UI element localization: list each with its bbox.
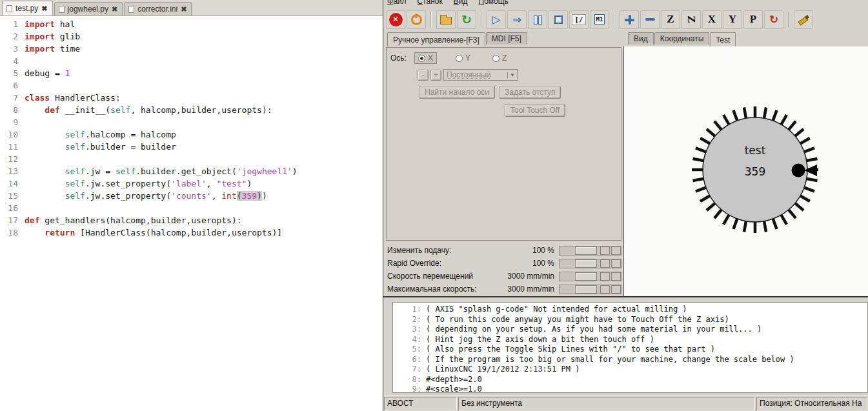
pause-icon bbox=[532, 15, 543, 25]
touch-off-button[interactable]: Задать отступ bbox=[499, 86, 561, 99]
slider-thumb[interactable] bbox=[575, 285, 597, 294]
jog-plus-button[interactable]: + bbox=[430, 70, 441, 81]
gcode-line[interactable]: 9:#<scale>=1.0 bbox=[393, 385, 867, 393]
slider-thumb[interactable] bbox=[575, 272, 597, 281]
gcode-line[interactable]: 6:( If the program is too big or small f… bbox=[393, 355, 867, 365]
line-number: 18 bbox=[4, 228, 18, 240]
pause-button[interactable] bbox=[528, 10, 547, 29]
clear-plot-button[interactable] bbox=[794, 10, 813, 29]
gcode-line[interactable]: 2:( To run this code anyway you might ha… bbox=[393, 315, 867, 325]
menu-item[interactable]: Станок bbox=[418, 0, 443, 6]
home-axis-button[interactable]: Найти начало оси bbox=[419, 86, 495, 99]
tab-manual-control[interactable]: Ручное управление-[F3] bbox=[387, 32, 485, 46]
tab-dro[interactable]: Координаты bbox=[654, 32, 710, 45]
slider-track[interactable] bbox=[559, 246, 621, 256]
editor-tab-testpy[interactable]: test.py ✖ bbox=[2, 1, 53, 15]
slider-thumb[interactable] bbox=[575, 246, 597, 255]
file-icon bbox=[59, 6, 65, 13]
tab-mdi[interactable]: MDI [F5] bbox=[486, 32, 527, 45]
open-file-button[interactable] bbox=[436, 10, 456, 29]
slider-stepper[interactable] bbox=[600, 272, 610, 281]
slider-stepper[interactable] bbox=[611, 259, 621, 268]
code-line: 8 def __init__(self, halcomp,builder,use… bbox=[4, 105, 383, 117]
file-icon bbox=[128, 6, 134, 13]
gcode-line-number: 9: bbox=[393, 385, 421, 393]
tab-preview[interactable]: Вид bbox=[628, 32, 654, 45]
zoomout-icon bbox=[645, 18, 655, 21]
tool-touch-off-button[interactable]: Tool Touch Off bbox=[505, 104, 565, 117]
line-number: 12 bbox=[4, 154, 18, 166]
toolbar-separator bbox=[481, 12, 482, 27]
home-row: Найти начало оси Задать отступ bbox=[419, 86, 561, 99]
slider-label: Изменить подачу: bbox=[387, 246, 495, 255]
slider-stepper[interactable] bbox=[611, 285, 621, 294]
axis-radio-z[interactable]: Z bbox=[489, 53, 510, 63]
code-text: def get_handlers(halcomp,builder,useropt… bbox=[25, 216, 242, 228]
run-button[interactable] bbox=[487, 10, 506, 29]
view-p-button[interactable]: P bbox=[743, 10, 763, 29]
close-icon[interactable]: ✖ bbox=[112, 5, 117, 14]
slider-thumb[interactable] bbox=[575, 259, 597, 268]
toolbar-separator bbox=[430, 12, 432, 27]
zoom-out-button[interactable] bbox=[640, 10, 660, 29]
close-icon[interactable]: ✖ bbox=[181, 5, 187, 14]
code-line: 10 self.halcomp = halcomp bbox=[4, 130, 383, 142]
axis-radio-x[interactable]: X bbox=[414, 52, 437, 64]
editor-tab-jogwheelpy[interactable]: jogwheel.py ✖ bbox=[54, 2, 123, 15]
gcode-line[interactable]: 5:( Also press the Toggle Skip Lines wit… bbox=[393, 345, 867, 355]
line-number: 13 bbox=[4, 166, 18, 179]
code-text: def __init__(self, halcomp,builder,usero… bbox=[25, 105, 272, 117]
code-line: 14 self.jw.set_property('label', "test") bbox=[4, 179, 383, 191]
gcode-line[interactable]: 4:( Hint jog the Z axis down a bit then … bbox=[393, 335, 867, 345]
optional-stop-button[interactable]: M1 bbox=[590, 10, 609, 29]
view-z-rotated-button[interactable]: Z bbox=[681, 10, 701, 29]
manual-control-panel: Ось: X Y Z bbox=[386, 47, 621, 241]
radio-icon bbox=[456, 55, 463, 62]
tool-touch-off-row: Tool Touch Off bbox=[505, 104, 565, 117]
code-area[interactable]: 1import hal2import glib3import time45deb… bbox=[0, 16, 383, 240]
stop-button[interactable] bbox=[549, 10, 568, 29]
axis-radio-y[interactable]: Y bbox=[452, 53, 474, 63]
slider-stepper[interactable] bbox=[611, 246, 621, 255]
slider-stepper[interactable] bbox=[611, 272, 621, 281]
slider-stepper[interactable] bbox=[600, 246, 610, 255]
slider-stepper[interactable] bbox=[600, 285, 610, 294]
zoomin-icon bbox=[625, 15, 634, 25]
zoom-in-button[interactable] bbox=[620, 10, 639, 29]
toolbar-separator bbox=[788, 12, 789, 27]
jogwheel-label: test bbox=[745, 144, 766, 157]
slider-track[interactable] bbox=[559, 285, 621, 294]
reload-file-button[interactable] bbox=[457, 10, 476, 29]
editor-tab-correctorini[interactable]: corrector.ini ✖ bbox=[124, 2, 192, 15]
tab-test[interactable]: Test bbox=[710, 32, 736, 46]
view-y-button[interactable]: Y bbox=[723, 10, 742, 29]
code-text: debug = 1 bbox=[25, 68, 70, 81]
single-block-button[interactable]: [/ bbox=[569, 10, 589, 29]
slider-stepper[interactable] bbox=[600, 259, 610, 268]
jog-minus-button[interactable]: - bbox=[418, 70, 429, 81]
jogwheel-widget[interactable]: test 359 bbox=[681, 95, 829, 244]
view-x-button[interactable]: X bbox=[702, 10, 722, 29]
menu-item[interactable]: Помощь bbox=[479, 0, 509, 6]
view-z-button[interactable]: Z bbox=[661, 10, 680, 29]
menu-item[interactable]: Вид bbox=[454, 0, 468, 6]
gcode-line[interactable]: 8:#<depth>=2.0 bbox=[393, 375, 867, 385]
menu-item[interactable]: Файл bbox=[387, 0, 407, 6]
machine-power-button[interactable] bbox=[407, 10, 426, 29]
slider-row: Скорость перемещений3000 mm/min bbox=[386, 270, 621, 283]
slider-track[interactable] bbox=[559, 259, 621, 268]
rotate-view-button[interactable] bbox=[764, 10, 783, 29]
gcode-line[interactable]: 7:( LinuxCNC 19/1/2012 2:13:51 PM ) bbox=[393, 365, 867, 375]
estop-button[interactable] bbox=[386, 10, 405, 29]
gcode-line[interactable]: 3:( depending on your setup. As if you h… bbox=[393, 325, 867, 335]
gcode-line[interactable]: 1:( AXIS "splash g-code" Not intended fo… bbox=[393, 305, 867, 315]
close-icon[interactable]: ✖ bbox=[41, 5, 47, 13]
slider-label: Rapid Override: bbox=[387, 259, 495, 268]
slider-track[interactable] bbox=[559, 272, 621, 281]
gcode-listing[interactable]: 1:( AXIS "splash g-code" Not intended fo… bbox=[392, 302, 868, 393]
line-number: 15 bbox=[4, 191, 18, 203]
slider-value: 100 % bbox=[495, 246, 554, 255]
editor-tab-label: jogwheel.py bbox=[68, 5, 108, 14]
run-from-line-button[interactable] bbox=[507, 10, 527, 29]
jog-increment-combobox[interactable]: Постоянный ▼ bbox=[443, 69, 518, 81]
